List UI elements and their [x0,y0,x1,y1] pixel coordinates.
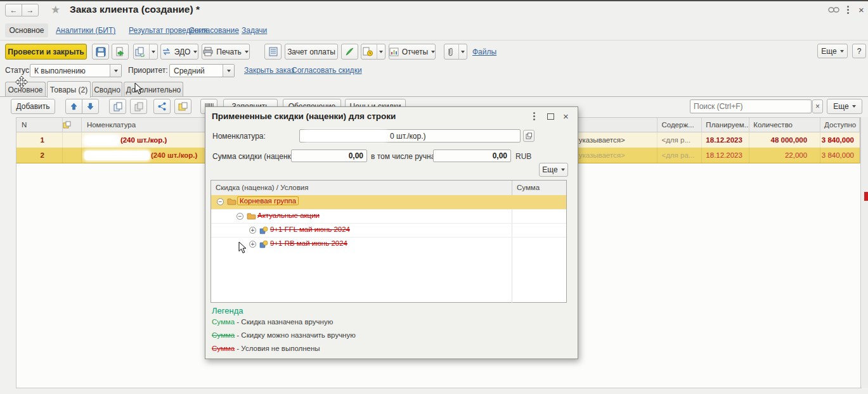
column-n[interactable]: N [16,118,63,132]
legend-text: - Скидку можно назначить вручную [236,331,356,339]
save-button[interactable] [92,44,109,60]
discount-sum-input[interactable] [291,149,367,162]
add-row-button[interactable]: Добавить [11,99,55,114]
more-button[interactable]: Еще [817,44,848,58]
attachments-button[interactable] [444,44,467,60]
functional-options-button[interactable] [174,99,191,114]
create-based-on-button[interactable] [133,44,158,60]
window-menu-kebab-icon[interactable] [847,6,849,8]
payment-offset-label: Зачет оплаты [287,48,335,56]
legend-sample-can-assign: Сумма [212,331,235,339]
close-order-link[interactable]: Закрыть заказ [244,66,294,75]
available-value: 3 840,000 [822,151,854,159]
column-spec[interactable] [574,118,658,132]
save-icon [96,47,106,57]
grid-more-label: Еще [833,102,848,111]
forward-button[interactable]: → [22,4,39,16]
column-available[interactable]: Доступно [820,118,860,132]
nav-link-approval[interactable]: Согласование [189,26,239,35]
search-input[interactable] [690,99,812,113]
dialog-title: Примененные скидки (наценки) для строки [212,111,396,121]
move-cursor [15,76,28,91]
tree-row-label: Корневая группа [237,196,299,205]
sign-button[interactable] [341,44,358,60]
back-button[interactable]: ← [5,4,22,16]
help-button[interactable]: ? [852,44,866,58]
spec-value: указывается> [579,151,625,159]
move-down-button[interactable] [82,99,99,114]
vertical-scrollbar[interactable] [860,117,868,388]
expand-icon[interactable] [249,241,256,248]
tree-row-ffl-promo[interactable]: 9+1 FFL май июнь 2024 [211,223,566,238]
copy-icon [113,102,122,111]
grid-more-button[interactable]: Еще [827,99,862,114]
discount-sum-label: Сумма скидки (наценки): [212,152,300,161]
collapse-icon[interactable] [236,213,243,220]
files-link[interactable]: Файлы [472,48,496,56]
dialog-more-button[interactable]: Еще [539,163,568,177]
registers-button[interactable] [264,44,282,60]
tree-header: Скидка (наценка) / Условия Сумма [211,181,566,196]
manual-discount-input[interactable] [433,149,511,162]
paste-row-button[interactable] [130,99,147,114]
dialog-menu-kebab-icon[interactable] [533,112,535,114]
redacted-nomenclature [304,131,387,141]
column-icon[interactable] [63,118,82,132]
nav-link-tasks[interactable]: Задачи [242,26,267,35]
status-select[interactable]: К выполнению [30,64,122,77]
search-clear-icon: × [815,102,820,111]
forward-icon: → [27,6,34,15]
move-up-button[interactable] [65,99,82,114]
tree-row-root-group[interactable]: Корневая группа [211,195,566,209]
printer-icon [203,47,213,56]
post-and-close-button[interactable]: Провести и закрыть [5,44,87,60]
open-nomenclature-button[interactable] [523,130,534,142]
dialog-maximize-icon[interactable] [547,113,554,120]
dialog-nomenclature-input[interactable]: 0 шт./кор.) [299,129,521,143]
pen-icon [345,47,354,56]
column-content[interactable]: Содерж... [657,118,702,132]
more-label: Еще [821,47,836,56]
copy-row-button[interactable] [109,99,126,114]
create-based-on-icon [134,47,146,57]
collapse-icon[interactable] [217,198,224,205]
chevron-down-icon[interactable] [110,65,121,77]
planned-date: 18.12.2023 [706,136,742,144]
content-value: <для ра... [661,151,694,159]
tree-column-sum[interactable]: Сумма [512,181,566,195]
column-quantity[interactable]: Количество [749,118,820,132]
tab-goods[interactable]: Товары (2) [47,81,91,98]
print-button[interactable]: Печать [202,44,250,60]
header-bar: ← → ★ Заказ клиента (создание) * × [0,1,868,19]
column-planned[interactable]: Планируем... [702,118,749,132]
window-close-icon[interactable]: × [858,6,864,14]
tab-summary[interactable]: Сводно [92,82,122,97]
schedule-document-button[interactable] [361,44,385,60]
nav-link-analytics[interactable]: Аналитики (БИТ) [56,26,115,35]
nav-tab-main[interactable]: Основное [5,23,48,37]
priority-value: Средний [170,67,223,75]
expand-icon[interactable] [249,227,256,234]
report-chart-icon [389,48,399,56]
tree-row-rb-promo[interactable]: 9+1 RB май июнь 2024 [211,237,566,251]
payment-offset-button[interactable]: Зачет оплаты [285,44,338,60]
redacted-nomenclature [84,151,150,160]
chevron-down-icon[interactable] [223,65,234,77]
currency-label: RUB [515,152,531,161]
reports-button[interactable]: Отчеты [389,44,436,60]
tree-row-label: Актуальные акции [257,212,320,219]
tree-column-discount[interactable]: Скидка (наценка) / Условия [211,181,512,195]
tab-additional[interactable]: Дополнительно [124,82,183,97]
approve-discounts-link[interactable]: Согласовать скидки [292,66,362,75]
dialog-close-icon[interactable]: × [563,112,569,120]
reports-label: Отчеты [402,48,428,56]
search-clear-button[interactable]: × [812,99,823,113]
priority-select[interactable]: Средний [169,64,235,77]
edo-button[interactable]: ЭДО [160,44,198,60]
favorite-star-icon[interactable]: ★ [51,3,60,16]
share-button[interactable] [153,99,171,114]
post-document-button[interactable] [112,44,129,60]
get-link-icon[interactable] [828,6,839,13]
tree-row-actual-promos[interactable]: Актуальные акции [211,209,566,224]
pack-size: (240 шт./кор.) [151,151,198,159]
